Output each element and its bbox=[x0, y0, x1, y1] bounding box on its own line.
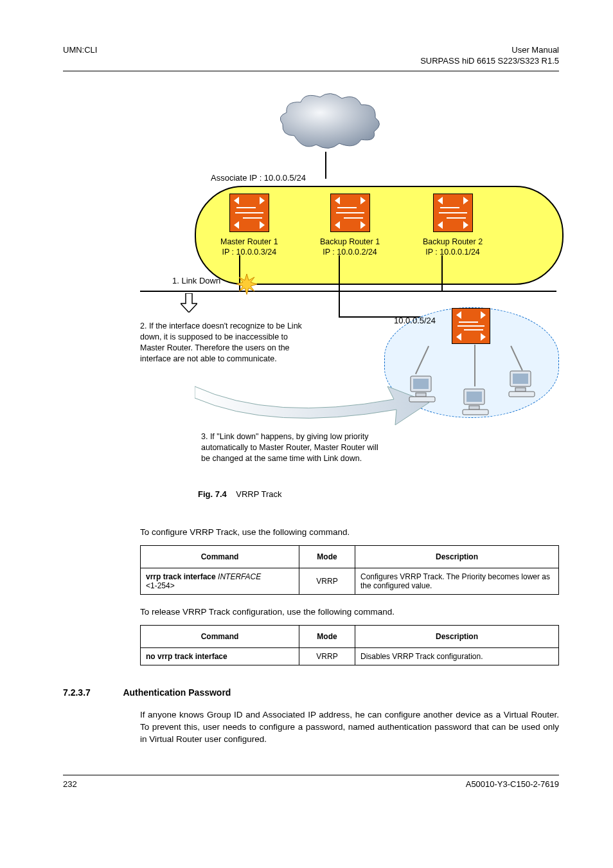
diagram-note-3: 3. If "Link down" happens, by giving low… bbox=[201, 431, 387, 464]
cmd-keyword: no vrrp track interface bbox=[146, 652, 227, 661]
figure-caption: Fig. 7.4 VRRP Track bbox=[198, 489, 282, 499]
figure-title: VRRP Track bbox=[236, 489, 281, 499]
header-rule bbox=[63, 71, 559, 71]
vrrp-track-diagram: Associate IP : 10.0.0.5/24 Master Router… bbox=[140, 91, 558, 489]
link-down-label: 1. Link Down bbox=[172, 276, 220, 285]
associate-ip-label: Associate IP : 10.0.0.5/24 bbox=[211, 173, 306, 183]
diagram-note-2: 2. If the interface doesn't recognize to… bbox=[140, 321, 314, 365]
doc-id: A50010-Y3-C150-2-7619 bbox=[466, 779, 559, 789]
router-icon bbox=[452, 308, 490, 344]
router3-name: Backup Router 2 bbox=[423, 237, 483, 246]
table-header: Description bbox=[355, 545, 559, 568]
master-router-1: Master Router 1IP : 10.0.0.3/24 bbox=[220, 194, 278, 258]
router2-ip: IP : 10.0.0.2/24 bbox=[323, 248, 377, 257]
svg-rect-11 bbox=[515, 388, 526, 392]
configure-para: To configure VRRP Track, use the followi… bbox=[140, 527, 559, 539]
router2-bus-link bbox=[339, 255, 340, 291]
svg-rect-6 bbox=[466, 392, 482, 402]
section-body: If anyone knows Group ID and Associated … bbox=[140, 709, 559, 746]
link-down-burst-icon bbox=[236, 274, 257, 296]
lan-link-v bbox=[339, 292, 340, 318]
router-icon bbox=[229, 194, 269, 232]
down-arrow-icon bbox=[181, 293, 197, 314]
page-number: 232 bbox=[63, 779, 77, 789]
lan-router bbox=[452, 308, 490, 346]
pc-icon bbox=[407, 374, 438, 406]
cloud-link-line bbox=[325, 152, 326, 179]
cmd-keyword: vrrp track interface bbox=[146, 572, 216, 581]
backup-router-1: Backup Router 1IP : 10.0.0.2/24 bbox=[320, 194, 380, 258]
cmd-arg: INTERFACE bbox=[218, 572, 261, 581]
svg-rect-3 bbox=[416, 393, 426, 397]
table-header: Command bbox=[141, 545, 299, 568]
table-cell: VRRP bbox=[299, 568, 355, 594]
table-cell: Disables VRRP Track configuration. bbox=[355, 647, 559, 665]
header-right-1: User Manual bbox=[511, 45, 559, 55]
release-command-table: Command Mode Description no vrrp track i… bbox=[140, 625, 559, 665]
svg-marker-0 bbox=[236, 274, 257, 294]
internet-cloud-icon bbox=[275, 91, 384, 157]
table-header: Mode bbox=[299, 545, 355, 568]
header-right-2: SURPASS hiD 6615 S223/S323 R1.5 bbox=[63, 56, 559, 66]
lan-ip-label: 10.0.0.5/24 bbox=[394, 316, 436, 325]
svg-rect-12 bbox=[509, 392, 535, 397]
header-left: UMN:CLI bbox=[63, 45, 97, 55]
router3-bus-link bbox=[441, 255, 443, 291]
pc-icon bbox=[460, 386, 491, 419]
section-title: Authentication Password bbox=[123, 687, 231, 698]
router-icon bbox=[330, 194, 370, 232]
table-cell: Configures VRRP Track. The Priority beco… bbox=[355, 568, 559, 594]
svg-rect-7 bbox=[469, 406, 479, 410]
router1-ip: IP : 10.0.0.3/24 bbox=[222, 248, 277, 257]
configure-command-table: Command Mode Description vrrp track inte… bbox=[140, 545, 559, 595]
table-cell: no vrrp track interface bbox=[141, 647, 299, 665]
router3-ip: IP : 10.0.0.1/24 bbox=[425, 248, 480, 257]
section-number: 7.2.3.7 bbox=[63, 687, 121, 698]
router2-name: Backup Router 1 bbox=[320, 237, 380, 246]
svg-rect-2 bbox=[413, 379, 429, 389]
backup-router-2: Backup Router 2IP : 10.0.0.1/24 bbox=[423, 194, 483, 258]
table-cell: vrrp track interface INTERFACE <1-254> bbox=[141, 568, 299, 594]
router1-name: Master Router 1 bbox=[220, 237, 278, 246]
svg-rect-10 bbox=[513, 374, 528, 384]
table-header: Mode bbox=[299, 625, 355, 647]
table-header: Command bbox=[141, 625, 299, 647]
swoosh-arrow-icon bbox=[195, 367, 432, 433]
cmd-range: <1-254> bbox=[146, 581, 175, 590]
svg-rect-4 bbox=[409, 397, 435, 402]
svg-rect-8 bbox=[463, 410, 488, 415]
network-bus-line bbox=[140, 291, 556, 292]
table-header: Description bbox=[355, 625, 559, 647]
pc-icon bbox=[506, 368, 537, 401]
figure-number: Fig. 7.4 bbox=[198, 489, 227, 499]
router-icon bbox=[433, 194, 473, 232]
table-cell: VRRP bbox=[299, 647, 355, 665]
pc2-link bbox=[474, 345, 475, 386]
release-para: To release VRRP Track configuration, use… bbox=[140, 606, 559, 619]
section-heading: 7.2.3.7 Authentication Password bbox=[63, 687, 559, 698]
